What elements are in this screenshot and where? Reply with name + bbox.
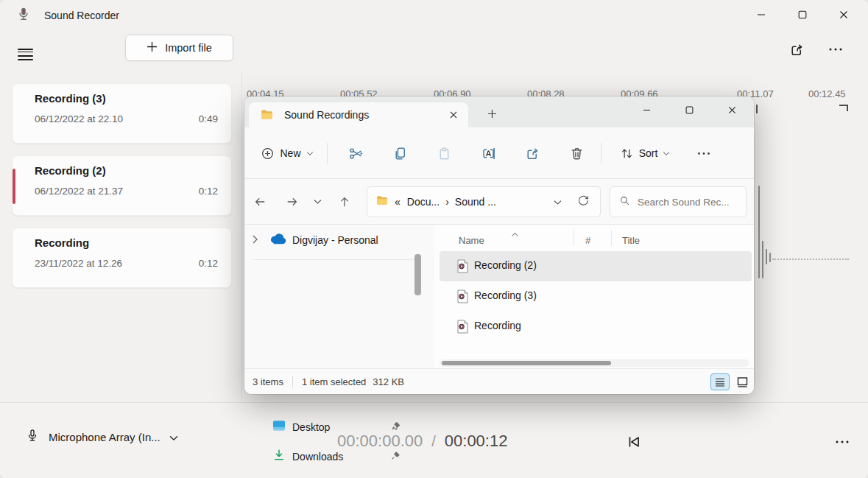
column-header-track[interactable]: # [585,235,590,246]
chevron-down-icon [169,431,178,444]
folder-icon [261,109,273,123]
explorer-tab[interactable]: Sound Recordings [249,102,468,127]
sort-button-label: Sort [639,147,658,159]
import-file-button[interactable]: Import file [125,35,233,61]
cut-button[interactable] [341,138,370,168]
transport-more-icon[interactable] [829,430,855,454]
timeline-tick [756,105,758,113]
microphone-selector[interactable]: Microphone Array (In... [25,428,178,446]
chevron-down-icon [663,151,670,156]
time-separator: / [431,433,436,450]
search-box[interactable] [610,186,747,217]
explorer-minimize-icon[interactable] [627,99,666,121]
recording-list-item-selected[interactable]: Recording (2) 06/12/2022 at 21.37 0:12 [12,155,232,216]
address-box[interactable]: « Docu... › Sound ... [367,186,601,217]
column-header-name[interactable]: Name [459,235,484,246]
recent-locations-chevron-icon[interactable] [308,190,327,214]
sort-ascending-caret-icon [511,227,519,240]
transport-bar: Microphone Array (In... 00:00:00.00 / 00… [0,402,868,478]
copy-button[interactable] [385,138,414,168]
file-row[interactable]: Recording (3) [440,281,752,312]
chevron-down-icon [306,151,314,156]
paste-button-disabled[interactable] [429,138,459,168]
sort-button[interactable]: Sort [613,138,677,168]
file-row[interactable]: Recording [440,312,752,342]
explorer-toolbar: New Sort [244,127,754,179]
breadcrumb-documents[interactable]: Docu... [407,196,440,208]
selected-accent-bar [13,169,15,204]
selection-size: 312 KB [373,376,404,387]
app-icon [16,7,31,24]
nav-divider [253,259,421,260]
plus-circle-icon [261,147,275,161]
file-row-selected[interactable]: Recording (2) [440,251,752,281]
nav-item-documents[interactable]: Documents [244,474,414,478]
refresh-icon[interactable] [577,194,590,210]
address-dropdown-chevron-icon[interactable] [554,195,562,208]
nav-item-desktop[interactable]: Desktop [244,415,414,440]
tab-title: Sound Recordings [284,109,369,121]
nav-item-onedrive[interactable]: Digvijay - Personal [244,228,414,253]
rename-button[interactable] [473,138,503,168]
explorer-close-icon[interactable] [713,99,751,121]
file-explorer-window: Sound Recordings New [244,96,754,394]
maximize-icon[interactable] [788,4,817,26]
microphone-label: Microphone Array (In... [49,431,160,443]
details-view-toggle[interactable] [710,373,730,390]
toolbar-divider [327,143,328,164]
back-icon[interactable] [248,190,272,214]
item-count: 3 items [253,376,283,387]
chevron-right-icon[interactable] [252,233,258,247]
audio-file-icon [456,289,469,306]
recording-name: Recording (2) [35,164,106,177]
explorer-maximize-icon[interactable] [670,99,708,121]
onedrive-label: Digvijay - Personal [292,234,378,246]
audio-file-icon [456,320,469,337]
nav-item-label: Downloads [292,451,343,463]
explorer-addressbar: « Docu... › Sound ... [244,179,754,225]
nav-scrollbar[interactable] [414,254,421,295]
plus-icon [147,41,158,55]
horizontal-scrollbar[interactable] [440,359,749,367]
column-separator[interactable] [611,230,612,246]
forward-icon[interactable] [280,190,304,214]
close-icon[interactable] [829,4,858,26]
breadcrumb-separator: › [445,196,449,208]
new-tab-icon[interactable] [481,105,502,122]
share-button[interactable] [518,138,547,168]
onedrive-cloud-icon [269,233,286,247]
new-button-label: New [280,147,300,159]
horizontal-scrollbar-thumb[interactable] [442,361,611,365]
more-options-icon[interactable] [822,36,849,63]
search-input[interactable] [638,197,741,208]
breadcrumb-sound-recordings[interactable]: Sound ... [455,196,496,208]
file-name: Recording (3) [474,289,537,301]
delete-button[interactable] [562,138,591,168]
pin-icon [391,450,401,463]
recording-list-item[interactable]: Recording 23/11/2022 at 12.26 0:12 [12,228,232,288]
column-separator[interactable] [574,230,574,246]
explorer-statusbar: 3 items 1 item selected 312 KB [244,368,754,394]
explorer-window-controls [627,99,751,121]
up-icon[interactable] [333,190,356,214]
selection-count: 1 item selected [302,376,366,387]
nav-item-label: Desktop [292,421,330,433]
sidebar-divider [241,71,242,401]
breadcrumb-overflow-glyph[interactable]: « [395,196,401,208]
file-list-pane: Name # Title Recording (2) Recording (3) [434,225,754,368]
nav-item-downloads[interactable]: Downloads [244,444,414,469]
tab-close-icon[interactable] [446,108,461,122]
skip-to-start-button[interactable] [621,429,647,455]
new-button[interactable]: New [255,138,320,168]
toolbar-more-icon[interactable] [689,138,719,168]
recording-date: 06/12/2022 at 22.10 [35,113,123,124]
trash-icon [569,146,585,161]
recording-list-item[interactable]: Recording (3) 06/12/2022 at 22.10 0:49 [12,83,232,144]
share-icon[interactable] [783,36,810,63]
hamburger-menu-icon[interactable] [12,36,38,63]
column-header-title[interactable]: Title [622,235,640,246]
scissors-icon [348,146,364,161]
file-name: Recording [474,320,521,331]
thumbnail-view-toggle[interactable] [733,373,752,390]
minimize-icon[interactable] [747,4,776,26]
